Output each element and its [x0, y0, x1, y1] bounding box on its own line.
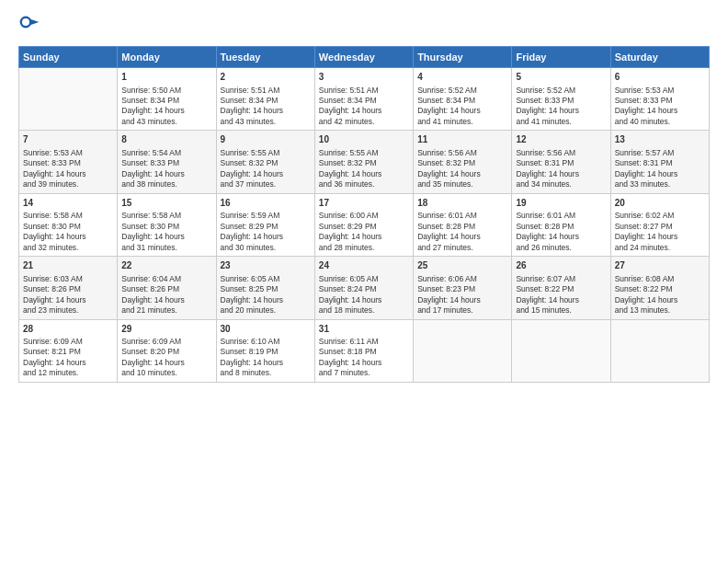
day-cell: 16Sunrise: 5:59 AM Sunset: 8:29 PM Dayli…	[216, 193, 314, 256]
day-number: 11	[417, 133, 507, 146]
day-number: 14	[23, 197, 113, 210]
day-info: Sunrise: 5:53 AM Sunset: 8:33 PM Dayligh…	[23, 148, 113, 190]
day-info: Sunrise: 5:59 AM Sunset: 8:29 PM Dayligh…	[221, 211, 311, 253]
day-cell: 6Sunrise: 5:53 AM Sunset: 8:33 PM Daylig…	[610, 68, 709, 131]
day-cell	[512, 319, 610, 382]
day-number: 7	[23, 133, 113, 146]
day-cell: 27Sunrise: 6:08 AM Sunset: 8:22 PM Dayli…	[610, 257, 709, 319]
day-cell: 25Sunrise: 6:06 AM Sunset: 8:23 PM Dayli…	[414, 257, 512, 319]
day-info: Sunrise: 6:02 AM Sunset: 8:27 PM Dayligh…	[615, 211, 705, 253]
day-number: 12	[516, 133, 606, 146]
day-cell: 17Sunrise: 6:00 AM Sunset: 8:29 PM Dayli…	[314, 193, 413, 256]
day-info: Sunrise: 6:10 AM Sunset: 8:19 PM Dayligh…	[221, 337, 311, 379]
day-cell: 3Sunrise: 5:51 AM Sunset: 8:34 PM Daylig…	[314, 68, 413, 131]
day-number: 13	[615, 133, 705, 146]
day-cell: 22Sunrise: 6:04 AM Sunset: 8:26 PM Dayli…	[118, 257, 216, 319]
week-row-1: 1Sunrise: 5:50 AM Sunset: 8:34 PM Daylig…	[19, 68, 710, 131]
day-cell: 11Sunrise: 5:56 AM Sunset: 8:32 PM Dayli…	[414, 131, 512, 193]
day-info: Sunrise: 5:56 AM Sunset: 8:31 PM Dayligh…	[516, 148, 606, 190]
svg-marker-2	[30, 19, 40, 25]
day-cell: 15Sunrise: 5:58 AM Sunset: 8:30 PM Dayli…	[118, 193, 216, 256]
day-cell: 31Sunrise: 6:11 AM Sunset: 8:18 PM Dayli…	[314, 319, 413, 382]
day-info: Sunrise: 6:06 AM Sunset: 8:23 PM Dayligh…	[417, 274, 507, 316]
day-info: Sunrise: 5:53 AM Sunset: 8:33 PM Dayligh…	[615, 86, 705, 128]
header	[18, 15, 710, 37]
day-number: 27	[615, 259, 705, 272]
day-info: Sunrise: 5:58 AM Sunset: 8:30 PM Dayligh…	[121, 211, 211, 253]
col-header-wednesday: Wednesday	[314, 47, 413, 68]
day-cell: 9Sunrise: 5:55 AM Sunset: 8:32 PM Daylig…	[216, 131, 314, 193]
day-cell: 21Sunrise: 6:03 AM Sunset: 8:26 PM Dayli…	[19, 257, 118, 319]
day-number: 5	[516, 71, 606, 84]
day-info: Sunrise: 6:01 AM Sunset: 8:28 PM Dayligh…	[516, 211, 606, 253]
day-cell	[19, 68, 118, 131]
day-info: Sunrise: 5:55 AM Sunset: 8:32 PM Dayligh…	[221, 148, 311, 190]
day-number: 17	[319, 197, 409, 210]
day-number: 18	[417, 197, 507, 210]
day-cell: 23Sunrise: 6:05 AM Sunset: 8:25 PM Dayli…	[216, 257, 314, 319]
page: SundayMondayTuesdayWednesdayThursdayFrid…	[0, 0, 728, 563]
day-number: 10	[319, 133, 409, 146]
day-number: 2	[221, 71, 311, 84]
day-number: 8	[121, 133, 211, 146]
logo-icon	[18, 15, 40, 37]
day-cell: 10Sunrise: 5:55 AM Sunset: 8:32 PM Dayli…	[314, 131, 413, 193]
week-row-2: 7Sunrise: 5:53 AM Sunset: 8:33 PM Daylig…	[19, 131, 710, 193]
day-info: Sunrise: 6:09 AM Sunset: 8:20 PM Dayligh…	[121, 337, 211, 379]
day-info: Sunrise: 5:51 AM Sunset: 8:34 PM Dayligh…	[319, 86, 409, 128]
day-info: Sunrise: 6:01 AM Sunset: 8:28 PM Dayligh…	[417, 211, 507, 253]
day-cell: 7Sunrise: 5:53 AM Sunset: 8:33 PM Daylig…	[19, 131, 118, 193]
day-cell: 20Sunrise: 6:02 AM Sunset: 8:27 PM Dayli…	[610, 193, 709, 256]
col-header-friday: Friday	[512, 47, 610, 68]
day-number: 28	[23, 323, 113, 336]
day-cell: 1Sunrise: 5:50 AM Sunset: 8:34 PM Daylig…	[118, 68, 216, 131]
day-number: 9	[221, 133, 311, 146]
week-row-3: 14Sunrise: 5:58 AM Sunset: 8:30 PM Dayli…	[19, 193, 710, 256]
header-row: SundayMondayTuesdayWednesdayThursdayFrid…	[19, 47, 710, 68]
day-info: Sunrise: 6:04 AM Sunset: 8:26 PM Dayligh…	[121, 274, 211, 316]
day-number: 22	[121, 259, 211, 272]
day-number: 21	[23, 259, 113, 272]
day-number: 15	[121, 197, 211, 210]
day-info: Sunrise: 6:11 AM Sunset: 8:18 PM Dayligh…	[319, 337, 409, 379]
col-header-saturday: Saturday	[610, 47, 709, 68]
day-number: 4	[417, 71, 507, 84]
day-cell: 13Sunrise: 5:57 AM Sunset: 8:31 PM Dayli…	[610, 131, 709, 193]
day-cell: 12Sunrise: 5:56 AM Sunset: 8:31 PM Dayli…	[512, 131, 610, 193]
day-info: Sunrise: 6:05 AM Sunset: 8:24 PM Dayligh…	[319, 274, 409, 316]
day-info: Sunrise: 6:00 AM Sunset: 8:29 PM Dayligh…	[319, 211, 409, 253]
day-number: 16	[221, 197, 311, 210]
day-number: 31	[319, 323, 409, 336]
svg-point-1	[22, 18, 29, 26]
col-header-thursday: Thursday	[414, 47, 512, 68]
day-number: 24	[319, 259, 409, 272]
day-number: 6	[615, 71, 705, 84]
day-cell: 24Sunrise: 6:05 AM Sunset: 8:24 PM Dayli…	[314, 257, 413, 319]
day-number: 26	[516, 259, 606, 272]
col-header-sunday: Sunday	[19, 47, 118, 68]
day-info: Sunrise: 5:56 AM Sunset: 8:32 PM Dayligh…	[417, 148, 507, 190]
logo	[18, 15, 44, 37]
day-cell: 18Sunrise: 6:01 AM Sunset: 8:28 PM Dayli…	[414, 193, 512, 256]
day-cell: 26Sunrise: 6:07 AM Sunset: 8:22 PM Dayli…	[512, 257, 610, 319]
day-cell: 8Sunrise: 5:54 AM Sunset: 8:33 PM Daylig…	[118, 131, 216, 193]
day-cell: 14Sunrise: 5:58 AM Sunset: 8:30 PM Dayli…	[19, 193, 118, 256]
day-info: Sunrise: 5:54 AM Sunset: 8:33 PM Dayligh…	[121, 148, 211, 190]
day-info: Sunrise: 6:09 AM Sunset: 8:21 PM Dayligh…	[23, 337, 113, 379]
week-row-5: 28Sunrise: 6:09 AM Sunset: 8:21 PM Dayli…	[19, 319, 710, 382]
day-cell: 29Sunrise: 6:09 AM Sunset: 8:20 PM Dayli…	[118, 319, 216, 382]
day-info: Sunrise: 5:58 AM Sunset: 8:30 PM Dayligh…	[23, 211, 113, 253]
day-info: Sunrise: 6:08 AM Sunset: 8:22 PM Dayligh…	[615, 274, 705, 316]
day-cell: 30Sunrise: 6:10 AM Sunset: 8:19 PM Dayli…	[216, 319, 314, 382]
day-info: Sunrise: 5:52 AM Sunset: 8:34 PM Dayligh…	[417, 86, 507, 128]
day-number: 30	[221, 323, 311, 336]
day-info: Sunrise: 5:51 AM Sunset: 8:34 PM Dayligh…	[221, 86, 311, 128]
calendar-body: 1Sunrise: 5:50 AM Sunset: 8:34 PM Daylig…	[19, 68, 710, 383]
day-number: 25	[417, 259, 507, 272]
day-cell: 4Sunrise: 5:52 AM Sunset: 8:34 PM Daylig…	[414, 68, 512, 131]
day-number: 23	[221, 259, 311, 272]
day-number: 29	[121, 323, 211, 336]
day-cell: 28Sunrise: 6:09 AM Sunset: 8:21 PM Dayli…	[19, 319, 118, 382]
day-number: 19	[516, 197, 606, 210]
col-header-monday: Monday	[118, 47, 216, 68]
